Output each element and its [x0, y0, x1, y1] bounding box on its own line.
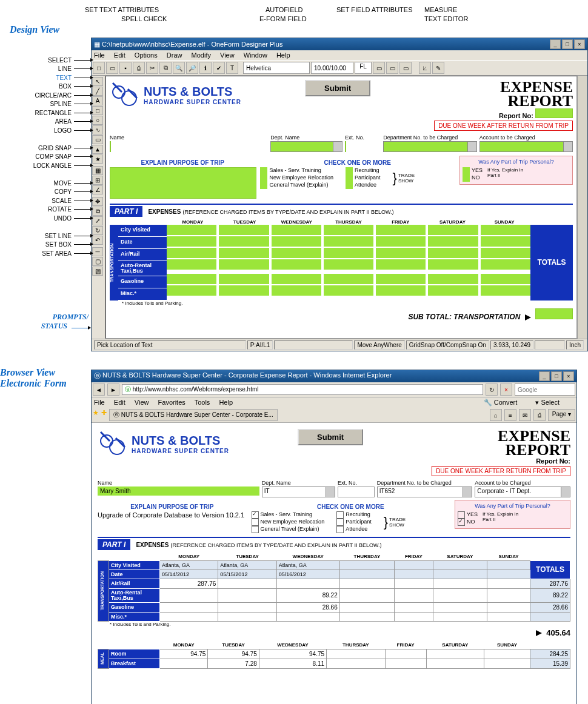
cb-yes[interactable]: [463, 167, 470, 174]
vtool-lock-angle[interactable]: ∠: [92, 185, 103, 194]
vtool-line[interactable]: ╱: [92, 87, 103, 96]
submit-button[interactable]: Submit: [305, 80, 370, 96]
refresh-button[interactable]: ↻: [486, 384, 498, 396]
tool-zoom-out[interactable]: 🔎: [186, 62, 198, 74]
ie-menu-help[interactable]: Help: [219, 399, 233, 406]
cb-sales[interactable]: [260, 167, 267, 174]
ie-menu-view[interactable]: View: [135, 399, 149, 406]
cb-general[interactable]: [260, 182, 267, 189]
ie-close[interactable]: ×: [563, 371, 574, 381]
ie-menu-file[interactable]: File: [94, 399, 105, 406]
vtool-set-box[interactable]: ▢: [92, 257, 103, 266]
convert-button[interactable]: 🔧 Convert: [484, 399, 525, 407]
cb-recruit[interactable]: [346, 167, 353, 174]
tool-eform-field[interactable]: ▭: [373, 62, 385, 74]
purpose-text[interactable]: Upgrade of Corporate Database to Version…: [98, 511, 247, 519]
cb2-no[interactable]: [458, 519, 465, 526]
mail-icon[interactable]: ✉: [519, 409, 531, 421]
deptno-field[interactable]: [383, 141, 476, 152]
browser-tab[interactable]: ⓔ NUTS & BOLTS Hardware Super Center - C…: [109, 409, 278, 421]
cb2-attendee[interactable]: [336, 526, 344, 533]
menu-help[interactable]: Help: [276, 51, 290, 59]
page-menu[interactable]: Page ▾: [548, 409, 575, 421]
maximize-button[interactable]: □: [562, 39, 573, 49]
tool-cut[interactable]: ✂: [146, 62, 158, 74]
menu-window[interactable]: Window: [244, 51, 267, 59]
dept-field[interactable]: [270, 141, 342, 152]
name-value[interactable]: Mary Smith: [98, 486, 259, 496]
cb2-sales[interactable]: [252, 511, 259, 519]
search-box[interactable]: [515, 384, 575, 396]
tool-text-editor[interactable]: ✎: [432, 62, 444, 74]
cb2-recruit[interactable]: [336, 511, 344, 519]
menu-edit[interactable]: Edit: [114, 51, 125, 59]
deptno-value[interactable]: IT652: [377, 486, 473, 497]
nav-forward[interactable]: ►: [107, 384, 119, 396]
tool-field-attr[interactable]: ▭: [399, 62, 412, 74]
stop-button[interactable]: ×: [500, 384, 512, 396]
print-icon[interactable]: ⎙: [533, 409, 546, 421]
vtool-move[interactable]: ✥: [92, 197, 103, 206]
ie-minimize[interactable]: _: [539, 371, 550, 381]
cb-new-emp[interactable]: [260, 174, 267, 182]
close-button[interactable]: ×: [574, 39, 585, 49]
vtool-text[interactable]: A: [92, 96, 103, 105]
vtool-spline[interactable]: ∿: [92, 125, 103, 134]
tool-spell-check[interactable]: ✔: [213, 62, 225, 74]
tool-measure[interactable]: ⟀: [419, 62, 431, 74]
submit-button-2[interactable]: Submit: [298, 429, 363, 445]
name-field[interactable]: [110, 141, 111, 152]
cb-no[interactable]: [463, 174, 470, 182]
vtool-rectangle[interactable]: ▭: [92, 135, 103, 144]
tool-copy[interactable]: ⧉: [159, 62, 172, 74]
vtool-circle[interactable]: ○: [92, 116, 103, 125]
vtool-scale[interactable]: ⤢: [92, 216, 103, 225]
tool-open[interactable]: ▭: [106, 62, 118, 74]
menu-file[interactable]: File: [94, 51, 105, 59]
report-no-field[interactable]: [535, 108, 573, 118]
tool-save[interactable]: ▪: [119, 62, 132, 74]
tool-text-attr[interactable]: T: [226, 62, 238, 74]
design-canvas[interactable]: NUTS & BOLTS HARDWARE SUPER CENTER Submi…: [105, 76, 577, 339]
ie-menu-favorites[interactable]: Favorites: [158, 399, 185, 406]
vtool-area[interactable]: ▲: [92, 145, 103, 154]
vtool-undo[interactable]: ↶: [92, 236, 103, 245]
vtool-box[interactable]: □: [92, 106, 103, 115]
vtool-comp-snap[interactable]: ⊞: [92, 176, 103, 185]
home-icon[interactable]: ⌂: [490, 409, 502, 421]
tool-print[interactable]: ⎙: [133, 62, 145, 74]
menu-options[interactable]: Options: [135, 51, 158, 59]
menu-modify[interactable]: Modify: [192, 51, 211, 59]
cb2-new-emp[interactable]: [252, 519, 259, 526]
font-selector[interactable]: [243, 62, 310, 74]
vtool-select[interactable]: ↖: [92, 77, 103, 86]
vertical-scrollbar[interactable]: [577, 76, 587, 339]
vtool-grid-snap[interactable]: ▦: [92, 166, 103, 175]
vtool-set-line[interactable]: ─: [92, 247, 103, 256]
tool-info[interactable]: ℹ: [199, 62, 212, 74]
nav-back[interactable]: ◄: [93, 384, 105, 396]
explain-field[interactable]: [110, 167, 256, 199]
add-favorite-icon[interactable]: ✚: [101, 409, 107, 421]
cb2-yes[interactable]: [458, 511, 465, 519]
vtool-copy[interactable]: ⧉: [92, 207, 103, 216]
menu-draw[interactable]: Draw: [167, 51, 182, 59]
ext-field[interactable]: [345, 141, 346, 152]
vtool-set-area[interactable]: ▨: [92, 267, 103, 276]
cb2-general[interactable]: [252, 526, 259, 533]
cb-attendee[interactable]: [346, 182, 353, 189]
dept-value[interactable]: IT: [262, 486, 335, 497]
menu-view[interactable]: View: [220, 51, 235, 59]
size-input[interactable]: [311, 62, 353, 74]
vtool-logo[interactable]: ★: [92, 154, 103, 164]
tool-zoom-in[interactable]: 🔍: [173, 62, 185, 74]
cb2-participant[interactable]: [336, 519, 344, 526]
acct-value[interactable]: Corporate - IT Dept.: [475, 486, 570, 497]
tool-autofield[interactable]: ▭: [386, 62, 398, 74]
select-button[interactable]: ▾ Select: [535, 399, 567, 407]
ie-maximize[interactable]: □: [551, 371, 562, 381]
subtotal-field[interactable]: [535, 308, 573, 319]
address-bar[interactable]: ⓔ http://www.nbhsc.com/Webforms/expense.…: [122, 384, 483, 395]
ie-menu-edit[interactable]: Edit: [114, 399, 125, 406]
ie-menu-tools[interactable]: Tools: [195, 399, 210, 406]
